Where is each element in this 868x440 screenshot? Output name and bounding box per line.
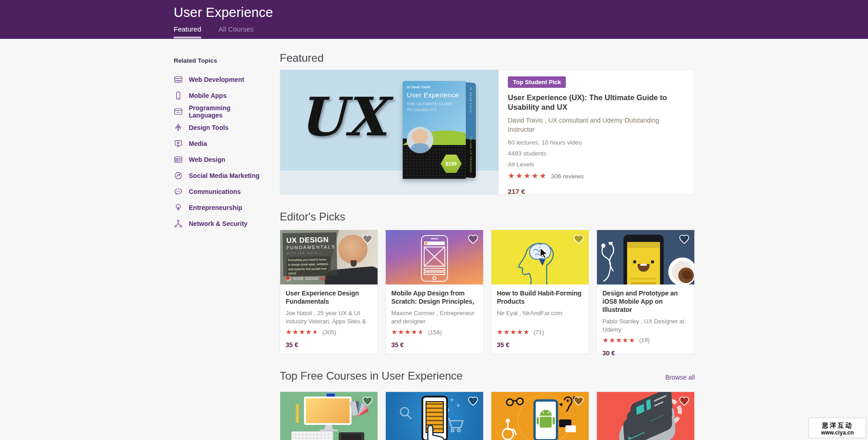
- free-course-card-app-layers[interactable]: [596, 392, 695, 440]
- hand-tap-illustration: [419, 421, 449, 440]
- smartphone-icon: [174, 91, 183, 100]
- featured-course-price: 217 €: [508, 188, 690, 195]
- sidebar-item-programming-languages[interactable]: </> Programming Languages: [174, 103, 265, 119]
- box-spine: Dr David Travis ONLINE UX TRAINING: [466, 82, 476, 178]
- wishlist-heart-icon[interactable]: [678, 234, 690, 245]
- sidebar-item-social-media-marketing[interactable]: Social Media Marketing: [174, 167, 265, 183]
- watermark-line1: 思洋互动: [822, 420, 853, 429]
- course-card-ios8-prototype[interactable]: Design and Prototype an iOS8 Mobile App …: [596, 230, 695, 354]
- course-card-ux-design-fundamentals[interactable]: UX DESIGN FUNDAMENTALS WITH JOE NATOLI E…: [280, 230, 378, 354]
- course-price: 35 €: [391, 341, 478, 349]
- course-instructor: Pablo Stanley , UX Designer at Udemy: [602, 317, 689, 334]
- course-card-mobile-app-design[interactable]: Mobile App Design from Scratch: Design P…: [385, 230, 484, 354]
- wishlist-heart-icon[interactable]: [573, 234, 585, 245]
- plus-icon: +: [450, 396, 454, 403]
- star-rating: ★★★★★: [497, 328, 530, 336]
- browse-all-link[interactable]: Browse all: [665, 374, 695, 381]
- course-thumbnail: [491, 392, 589, 440]
- review-count: (19): [639, 337, 650, 343]
- page-title: User Experience: [174, 0, 868, 20]
- sidebar-item-label: Entrepreneurship: [189, 204, 242, 211]
- thumb-byline: WITH JOE NATOLI: [287, 251, 333, 255]
- star-rating: ★★★★★: [602, 336, 635, 344]
- mouse-cursor-icon: [539, 247, 550, 259]
- free-course-card-android-accessibility[interactable]: [491, 392, 589, 440]
- featured-review-count: 306 reviews: [551, 173, 584, 180]
- sidebar-item-label: Programming Languages: [189, 104, 265, 119]
- phone-illustration: [623, 235, 664, 284]
- course-instructor: Nir Eyal , NirAndFar.com: [497, 309, 583, 326]
- banner-ux-text: UX: [298, 90, 386, 143]
- course-instructor: Maxime Cormier , Entrepreneur and design…: [391, 309, 478, 326]
- code-window-icon: </>: [174, 107, 183, 116]
- browser-layout-icon: [174, 155, 183, 164]
- sidebar-item-network-security[interactable]: Network & Security: [174, 215, 265, 231]
- ruler-illustration: [296, 404, 299, 423]
- course-title: Mobile App Design from Scratch: Design P…: [391, 289, 478, 306]
- graphics-tablet-illustration: [339, 432, 364, 440]
- featured-course-level: All Levels: [508, 159, 690, 170]
- wishlist-heart-icon[interactable]: [573, 396, 585, 407]
- glasses-icon: [516, 397, 524, 405]
- star-rating: ★★★★★: [508, 172, 547, 180]
- sidebar-item-label: Mobile Apps: [189, 92, 227, 99]
- editors-picks-row: UX DESIGN FUNDAMENTALS WITH JOE NATOLI E…: [280, 230, 695, 354]
- featured-course-card[interactable]: UX Dr David Travis User Experience THE U…: [280, 70, 695, 195]
- svg-text:www: www: [175, 79, 181, 81]
- featured-section-heading: Featured: [280, 52, 695, 64]
- give-good-ux-logo: GIVE GOOD UX: [286, 276, 326, 281]
- free-course-card-mobile-commerce[interactable]: + + +: [385, 392, 484, 440]
- header-tabs: Featured All Courses: [174, 25, 868, 38]
- sidebar-item-mobile-apps[interactable]: Mobile Apps: [174, 87, 265, 103]
- sidebar-item-communications[interactable]: Communications: [174, 183, 265, 199]
- monitor-illustration: [304, 397, 351, 425]
- course-thumbnail: [386, 230, 483, 284]
- review-count: (156): [428, 329, 442, 336]
- featured-course-instructor: David Travis , UX consultant and Udemy O…: [508, 116, 672, 134]
- thumb-title-line2: FUNDAMENTALS: [287, 244, 333, 250]
- sidebar-item-label: Social Media Marketing: [189, 172, 260, 179]
- course-price: 30 €: [602, 349, 689, 357]
- sidebar-item-label: Web Design: [189, 156, 225, 163]
- keyboard-illustration: [291, 431, 333, 440]
- sidebar-item-label: Design Tools: [189, 124, 229, 131]
- box-author: Dr David Travis: [407, 86, 462, 89]
- wishlist-heart-icon[interactable]: [362, 234, 373, 245]
- featured-course-students: 4493 students: [508, 148, 690, 159]
- top-free-heading: Top Free Courses in User Experience: [280, 370, 463, 382]
- course-title: Design and Prototype an iOS8 Mobile App …: [602, 289, 689, 314]
- wheelchair-icon: [499, 418, 519, 440]
- box-title: User Experience: [407, 91, 462, 99]
- course-card-habit-forming-products[interactable]: How to Build Habit-Forming Products Nir …: [491, 230, 589, 354]
- watermark-line2: www.ciya.cn: [821, 429, 854, 436]
- course-thumbnail: Ps: [280, 392, 378, 440]
- course-thumbnail: + + +: [386, 392, 483, 440]
- top-student-pick-badge: Top Student Pick: [508, 76, 566, 88]
- android-robot-icon: [540, 410, 552, 416]
- box-subtitle-line2: TO USABILITY: [407, 107, 436, 112]
- sidebar-item-design-tools[interactable]: Design Tools: [174, 119, 265, 135]
- review-count: (305): [322, 329, 336, 336]
- sidebar-item-web-design[interactable]: Web Design: [174, 151, 265, 167]
- plus-icon: +: [456, 401, 460, 409]
- sidebar-item-label: Communications: [189, 188, 241, 195]
- tab-all-courses[interactable]: All Courses: [218, 25, 254, 38]
- wishlist-heart-icon[interactable]: [467, 234, 479, 245]
- wishlist-heart-icon[interactable]: [678, 396, 690, 407]
- sidebar-item-label: Media: [189, 140, 207, 147]
- course-price: 35 €: [497, 341, 583, 349]
- wishlist-heart-icon[interactable]: [467, 396, 479, 407]
- top-free-row: Ps: [280, 392, 695, 440]
- sidebar-item-entrepreneurship[interactable]: Entrepreneurship: [174, 199, 265, 215]
- product-box: Dr David Travis User Experience THE ULTI…: [403, 81, 476, 179]
- pen-tool-icon: [174, 123, 183, 132]
- wishlist-heart-icon[interactable]: [362, 396, 373, 407]
- thumb-blurb: Everything you need to know to design gr…: [287, 256, 331, 277]
- sidebar-item-media[interactable]: Media: [174, 135, 265, 151]
- glasses-icon: [506, 398, 514, 406]
- sidebar-item-web-development[interactable]: www Web Development: [174, 71, 265, 87]
- free-course-card-photoshop-design[interactable]: Ps: [280, 392, 378, 440]
- course-thumbnail: [491, 230, 589, 284]
- page-header: User Experience Featured All Courses: [0, 0, 868, 39]
- tab-featured[interactable]: Featured: [174, 25, 201, 38]
